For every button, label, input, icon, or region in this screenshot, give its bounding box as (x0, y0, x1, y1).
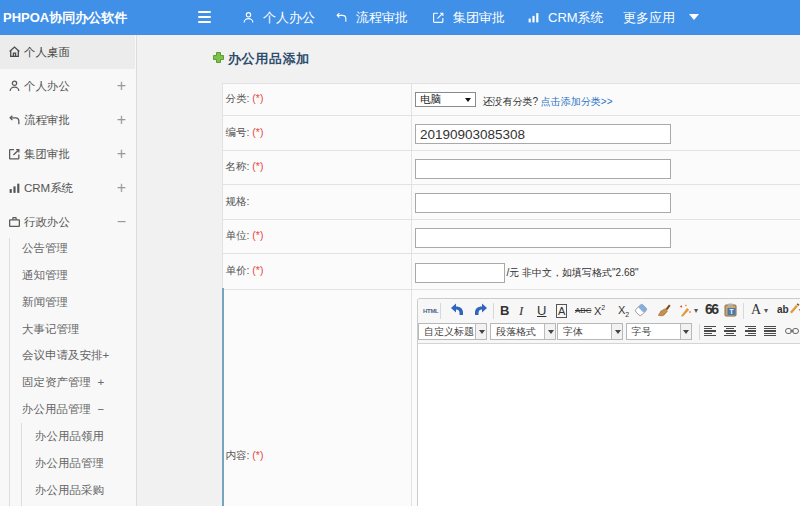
svg-text:T: T (730, 308, 734, 315)
